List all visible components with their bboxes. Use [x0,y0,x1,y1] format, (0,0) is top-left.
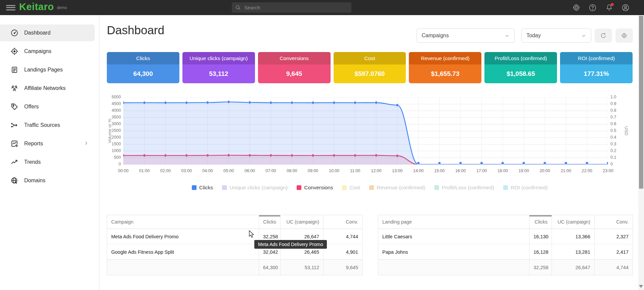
x-axis-tick: 00:00 [116,168,131,173]
grouping-select[interactable]: Campaigns [417,29,515,43]
page-scrollbar[interactable] [638,15,644,290]
sidebar-item-label: Landings Pages [24,67,63,73]
y-axis-left-tick: 4000 [107,108,121,113]
row-value-cell: 16,130 [529,229,552,244]
y-axis-right-tick: 0.7 [610,115,616,119]
search-input[interactable] [244,5,348,10]
stat-card-revenue-confirmed-[interactable]: Revenue (confirmed)$1,655.73 [409,52,481,83]
y-axis-right-tick: 0.8 [610,108,616,113]
chart-canvas[interactable] [123,97,608,164]
sidebar-item-landings-pages[interactable]: Landings Pages [0,61,95,78]
affiliate-icon [10,84,18,92]
x-axis-tick: 02:00 [158,168,173,173]
column-header-uc-campaign-[interactable]: UC (campaign) [281,215,324,229]
legend-item-conversions[interactable]: Conversions [297,185,333,191]
chart-legend: ClicksUnique clicks (campaign)Conversion… [107,185,633,191]
x-axis-tick: 17:00 [474,168,489,173]
stat-card-value: 53,112 [182,64,255,83]
stat-card-roi-confirmed-[interactable]: ROI (confirmed)177.31% [560,52,633,83]
sidebar-item-trends[interactable]: Trends [0,154,95,171]
table-row[interactable]: Papa Johns16,12813,2812,417 [378,244,633,260]
column-header-conv-[interactable]: Conv. [595,215,633,229]
row-name-cell: Little Caesars [378,229,529,244]
legend-item-revenue-confirmed-[interactable]: Revenue (confirmed) [369,185,425,191]
legend-swatch [222,185,227,190]
stat-card-clicks[interactable]: Clicks64,300 [107,52,179,83]
y-axis-right-tick: 0.9 [610,101,616,106]
date-range-value: Today [526,33,581,39]
menu-toggle-icon[interactable] [6,4,15,11]
stat-card-conversions[interactable]: Conversions9,645 [258,52,331,83]
sidebar-item-campaigns[interactable]: Campaigns [0,43,95,60]
traffic-icon [10,121,18,129]
stat-card-value: 9,645 [258,64,331,83]
refresh-button[interactable] [595,29,612,43]
sidebar-item-dashboard[interactable]: Dashboard [0,25,95,41]
stat-card-title: Revenue (confirmed) [409,52,481,64]
chart-plot-area[interactable] [123,97,608,164]
legend-item-clicks[interactable]: Clicks [192,185,213,191]
notifications-bell-icon[interactable] [605,3,613,12]
gear-icon [621,33,627,39]
column-header-clicks[interactable]: Clicks [259,215,281,229]
legend-item-unique-clicks-campaign-[interactable]: Unique clicks (campaign) [222,185,288,191]
dashboard-settings-button[interactable] [615,29,633,43]
table-row[interactable]: Little Caesars16,13013,3662,327 [378,229,633,244]
row-value-cell: 4,744 [324,229,362,244]
column-header-landing-page[interactable]: Landing page [378,215,529,229]
stat-card-value: 64,300 [107,64,179,83]
legend-item-cost[interactable]: Cost [342,185,360,191]
y-axis-right-tick: 0.6 [610,122,616,126]
legend-swatch [369,185,374,190]
x-axis-tick: 12:00 [369,168,384,173]
y-axis-right-tick: 1.0 [610,95,616,99]
row-value-cell: 4,901 [324,244,362,260]
row-value-cell: 16,128 [529,244,552,260]
help-icon[interactable] [588,3,597,12]
x-axis-tick: 20:00 [537,168,553,173]
stat-card-title: Cost [334,52,406,64]
page-title: Dashboard [107,23,164,37]
legend-item-roi-confirmed-[interactable]: ROI (confirmed) [503,185,548,191]
legend-item-profit-loss-confirmed-[interactable]: Profit/Loss (confirmed) [434,185,494,191]
legend-swatch [297,185,301,190]
dashboard-icon [10,29,18,37]
sidebar-item-reports[interactable]: Reports› [0,135,95,152]
stat-card-cost[interactable]: Cost$597.0760 [334,52,406,83]
table-totals-row: 64,30053,1129,645 [107,260,362,275]
row-hover-tooltip: Meta Ads Food Delivery Promo [254,240,327,249]
sidebar-item-domains[interactable]: Domains [0,172,95,189]
stat-card-value: 177.31% [560,64,633,83]
global-search[interactable] [232,2,351,13]
mouse-cursor [248,230,255,238]
user-account-icon[interactable] [621,3,630,12]
traffic-chart[interactable]: Volume or % USD 005000.110000.215000.320… [107,96,633,178]
total-cell: 4,744 [595,260,633,275]
scrollbar-thumb[interactable] [639,16,643,189]
y-axis-left-tick: 1000 [107,148,121,153]
column-header-uc-campaign-[interactable]: UC (campaign) [552,215,595,229]
y-axis-right-tick: 0 [610,162,613,166]
stat-card-unique-clicks-campaign-[interactable]: Unique clicks (campaign)53,112 [182,52,255,83]
total-cell [378,260,529,275]
stat-card-value: $1,655.73 [409,64,481,83]
x-axis-tick: 16:00 [453,168,468,173]
sidebar-item-traffic-sources[interactable]: Traffic Sources [0,117,95,134]
y-axis-left-tick: 1500 [107,142,121,146]
brand-logo[interactable]: Keitaro demo [19,1,67,12]
date-range-select[interactable]: Today [521,29,591,43]
column-header-conv-[interactable]: Conv. [324,215,362,229]
sidebar-item-offers[interactable]: Offers [0,98,95,115]
legend-label: Unique clicks (campaign) [229,185,288,191]
y-axis-right-tick: 0.2 [610,148,616,153]
settings-icon[interactable] [572,3,581,12]
sidebar-item-affiliate-networks[interactable]: Affiliate Networks [0,80,95,97]
stat-card-title: Unique clicks (campaign) [182,52,255,64]
landing-pages-summary-table: Landing pageClicksUC (campaign)Conv.Litt… [378,215,633,275]
scroll-down-arrow-icon[interactable] [639,285,643,288]
stat-card-title: Clicks [107,52,179,64]
column-header-clicks[interactable]: Clicks [529,215,552,229]
topbar-actions [572,0,630,15]
column-header-campaign[interactable]: Campaign [107,215,259,229]
stat-card-profit-loss-confirmed-[interactable]: Profit/Loss (confirmed)$1,058.65 [484,52,557,83]
